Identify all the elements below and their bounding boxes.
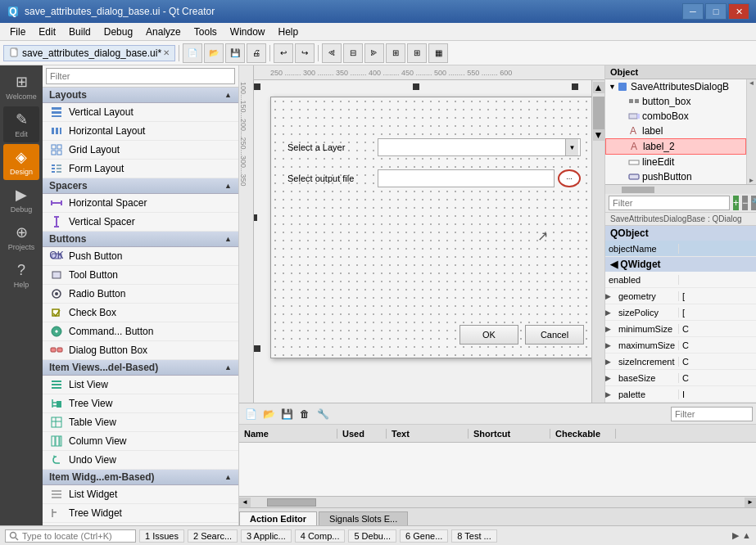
action-config-btn[interactable]: 🔧	[315, 406, 331, 422]
tree-item-pushbutton[interactable]: pushButton	[605, 169, 746, 184]
tree-item-label[interactable]: A label	[605, 124, 746, 138]
toolbar-align-h[interactable]: ⊟	[343, 43, 363, 63]
file-tab[interactable]: save_attributes_dialog_base.ui* ✕	[3, 45, 175, 61]
menu-window[interactable]: Window	[224, 25, 272, 39]
status-test[interactable]: 8 Test ...	[451, 529, 496, 543]
widget-filter-input[interactable]	[46, 68, 235, 84]
widget-radio-button[interactable]: Radio Button	[43, 285, 238, 304]
tree-item-combobox[interactable]: comboBox	[605, 109, 746, 124]
ok-button[interactable]: OK	[459, 325, 518, 345]
close-button[interactable]: ✕	[728, 3, 749, 20]
category-item-widgets[interactable]: Item Widg...em-Based) ▲	[43, 470, 238, 485]
handle-top-left[interactable]	[254, 83, 260, 90]
search-input[interactable]	[22, 531, 120, 541]
widget-push-button[interactable]: OK Push Button	[43, 247, 238, 266]
widget-vertical-layout[interactable]: Vertical Layout	[43, 103, 238, 122]
props-row-objectname[interactable]: objectName	[605, 241, 756, 257]
props-filter-input[interactable]	[609, 196, 730, 210]
category-item-views[interactable]: Item Views...del-Based) ▲	[43, 360, 238, 376]
props-remove-button[interactable]: −	[742, 196, 748, 210]
props-section-qobject[interactable]: QObject	[605, 226, 756, 241]
category-spacers[interactable]: Spacers ▲	[43, 178, 238, 194]
toolbar-open[interactable]: 📂	[204, 43, 224, 63]
widget-form-layout[interactable]: Form Layout	[43, 160, 238, 178]
tree-item-label2[interactable]: A label_2	[605, 138, 746, 155]
toolbar-align-right[interactable]: ⫸	[364, 43, 384, 63]
handle-left[interactable]	[254, 214, 257, 221]
toolbar-grid[interactable]: ⊞	[407, 43, 427, 63]
widget-tool-button[interactable]: Tool Button	[43, 266, 238, 285]
toolbar-layout[interactable]: ▦	[428, 43, 448, 63]
status-debug[interactable]: 5 Debu...	[348, 529, 396, 543]
scroll-left-arrow[interactable]: ◄	[239, 498, 251, 507]
widget-check-box[interactable]: Check Box	[43, 304, 238, 322]
widget-list-view[interactable]: List View	[43, 376, 238, 394]
widget-list-widget[interactable]: List Widget	[43, 485, 238, 504]
maximize-button[interactable]: □	[705, 3, 727, 20]
status-comp[interactable]: 4 Comp...	[295, 529, 346, 543]
widget-undo-view[interactable]: Undo View	[43, 451, 238, 470]
debug-icon[interactable]: ▶ Debug	[3, 182, 39, 218]
props-row-minsize[interactable]: ▶ minimumSize C	[605, 321, 756, 337]
props-row-geometry[interactable]: ▶ geometry [	[605, 288, 756, 304]
toolbar-redo[interactable]: ↪	[295, 43, 315, 63]
status-issues[interactable]: 1 Issues	[139, 529, 184, 543]
action-scroll-thumb[interactable]	[267, 498, 316, 507]
widget-column-view[interactable]: Column View	[43, 432, 238, 451]
file-input[interactable]	[378, 169, 555, 187]
widget-tree-widget[interactable]: Tree Widget	[43, 504, 238, 523]
menu-tools[interactable]: Tools	[188, 25, 224, 39]
projects-icon[interactable]: ⊕ Projects	[3, 219, 39, 255]
tree-hscrollbar[interactable]	[605, 184, 756, 194]
props-row-palette[interactable]: ▶ palette I	[605, 386, 756, 403]
props-section-qwidget[interactable]: ◀ QWidget	[605, 257, 756, 272]
minimize-button[interactable]: ─	[682, 3, 704, 20]
action-new-btn[interactable]: 📄	[242, 406, 259, 422]
action-delete-btn[interactable]: 🗑	[297, 406, 313, 422]
props-row-sizeincrement[interactable]: ▶ sizeIncrement C	[605, 354, 756, 370]
cancel-button[interactable]: Cancel	[525, 325, 584, 345]
props-row-basesize[interactable]: ▶ baseSize C	[605, 370, 756, 386]
tree-hscroll-thumb[interactable]	[622, 187, 654, 193]
status-applic[interactable]: 3 Applic...	[241, 529, 292, 543]
status-gene[interactable]: 6 Gene...	[400, 529, 448, 543]
toolbar-print[interactable]: 🖨	[247, 43, 266, 63]
widget-tree-view[interactable]: Tree View	[43, 394, 238, 413]
scroll-right[interactable]: ▲ ▼	[591, 80, 604, 403]
tab-action-editor[interactable]: Action Editor	[239, 511, 317, 525]
tree-item-button-box[interactable]: button_box	[605, 94, 746, 109]
toolbar-save[interactable]: 💾	[225, 43, 245, 63]
tree-item-lineedit[interactable]: lineEdit	[605, 155, 746, 169]
widget-grid-layout[interactable]: Grid Layout	[43, 141, 238, 160]
browse-button[interactable]: ···	[558, 169, 581, 187]
status-search-item[interactable]: 2 Searc...	[188, 529, 238, 543]
help-icon[interactable]: ? Help	[3, 257, 39, 293]
action-open-btn[interactable]: 📂	[260, 406, 277, 422]
tab-close-icon[interactable]: ✕	[163, 48, 170, 57]
menu-file[interactable]: File	[3, 25, 32, 39]
handle-top[interactable]	[413, 83, 419, 90]
props-add-button[interactable]: +	[733, 196, 739, 210]
props-wrench-button[interactable]: 🔧	[751, 196, 756, 210]
menu-debug[interactable]: Debug	[97, 25, 139, 39]
toolbar-align-top[interactable]: ⊞	[386, 43, 405, 63]
category-buttons[interactable]: Buttons ▲	[43, 232, 238, 247]
edit-icon[interactable]: ✎ Edit	[3, 106, 39, 142]
menu-analyze[interactable]: Analyze	[139, 25, 188, 39]
toolbar-align-left[interactable]: ⫷	[322, 43, 342, 63]
design-icon[interactable]: ◈ Design	[3, 144, 39, 180]
widget-dialog-button-box[interactable]: Dialog Button Box	[43, 341, 238, 360]
tab-signals-slots[interactable]: Signals Slots E...	[319, 511, 408, 525]
widget-table-view[interactable]: Table View	[43, 413, 238, 432]
combo-arrow-icon[interactable]: ▼	[565, 139, 578, 155]
toolbar-undo[interactable]: ↩	[274, 43, 293, 63]
widget-horizontal-spacer[interactable]: Horizontal Spacer	[43, 194, 238, 213]
scroll-right-arrow[interactable]: ►	[745, 498, 756, 507]
props-row-sizepolicy[interactable]: ▶ sizePolicy [	[605, 304, 756, 321]
handle-bottom-left[interactable]	[254, 345, 260, 352]
widget-vertical-spacer[interactable]: Vertical Spacer	[43, 213, 238, 232]
menu-edit[interactable]: Edit	[32, 25, 62, 39]
props-row-maxsize[interactable]: ▶ maximumSize C	[605, 337, 756, 354]
action-save-btn[interactable]: 💾	[278, 406, 295, 422]
action-hscrollbar[interactable]: ◄ ►	[239, 496, 756, 507]
